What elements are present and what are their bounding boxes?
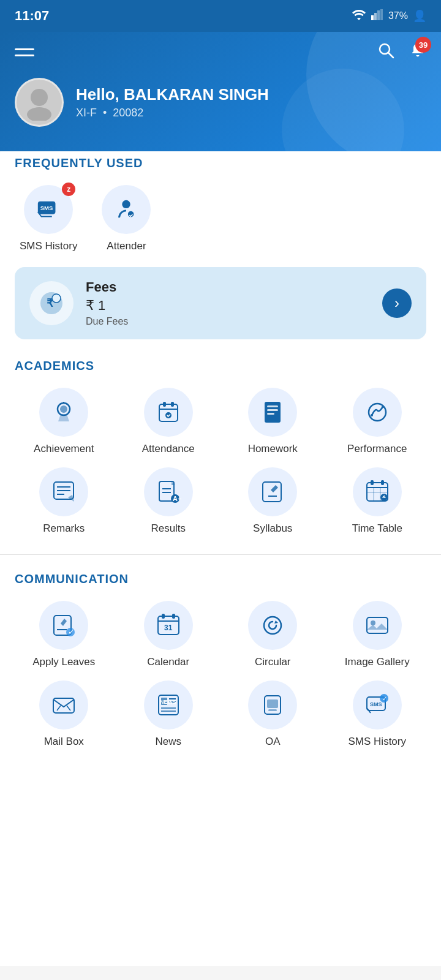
achievement-label: Achievement	[34, 443, 94, 455]
greeting: Hello, BALKARAN SINGH	[76, 85, 269, 104]
circular-item[interactable]: Circular	[224, 601, 322, 668]
mailbox-item[interactable]: Mail Box	[15, 680, 113, 748]
svg-rect-3	[380, 9, 383, 20]
svg-text:SMS: SMS	[40, 205, 53, 211]
mailbox-label: Mail Box	[44, 736, 84, 748]
svg-text:SMS: SMS	[370, 701, 382, 707]
svg-rect-44	[381, 480, 384, 485]
svg-rect-55	[162, 614, 165, 619]
fees-amount: ₹ 1	[86, 298, 370, 314]
achievement-item[interactable]: Achievement	[15, 388, 113, 455]
results-label: Results	[151, 522, 186, 535]
sms-history-comm-icon: SMS ✓	[353, 680, 402, 729]
menu-button[interactable]	[15, 48, 34, 56]
results-item[interactable]: A+ Results	[119, 467, 218, 535]
svg-point-16	[60, 405, 67, 413]
status-time: 11:07	[15, 8, 49, 24]
news-label: News	[155, 736, 181, 748]
svg-point-22	[165, 412, 172, 418]
svg-point-6	[31, 89, 48, 106]
timetable-icon	[353, 467, 402, 516]
frequently-used-items: SMS z SMS History Attender	[15, 185, 426, 252]
bottom-nav	[0, 966, 441, 980]
attender-label: Attender	[107, 240, 146, 252]
frequently-used-section: FREQUENTLY USED SMS z SMS History	[15, 156, 426, 252]
svg-text:✓: ✓	[68, 627, 75, 636]
notification-button[interactable]: 39	[409, 42, 426, 63]
svg-rect-26	[267, 413, 274, 415]
attendance-item[interactable]: Attendance	[119, 388, 218, 455]
apply-leaves-label: Apply Leaves	[32, 656, 95, 668]
syllabus-label: Syllabus	[253, 522, 292, 535]
svg-rect-0	[371, 15, 374, 20]
homework-item[interactable]: Homework	[224, 388, 322, 455]
sms-history-comm-item[interactable]: SMS ✓ SMS History	[328, 680, 427, 748]
fees-icon: ₹	[29, 281, 74, 325]
user-class-roll: XI-F • 20082	[76, 107, 269, 119]
fees-due-label: Due Fees	[86, 316, 370, 327]
svg-rect-70	[267, 699, 278, 708]
header: 39 Hello, BALKARAN SINGH XI-F • 20082	[0, 32, 441, 151]
svg-rect-71	[268, 709, 277, 711]
svg-rect-24	[267, 405, 278, 407]
attendance-label: Attendance	[142, 443, 195, 455]
sms-history-icon: SMS z	[24, 185, 73, 234]
remarks-item[interactable]: Remarks	[15, 467, 113, 535]
profile-icon: 👤	[413, 9, 426, 23]
oa-icon	[248, 680, 297, 729]
academics-grid: Achievement Attendance	[15, 388, 426, 535]
main-content: FREQUENTLY USED SMS z SMS History	[0, 139, 441, 966]
svg-rect-43	[371, 480, 374, 485]
apply-leaves-item[interactable]: ✓ Apply Leaves	[15, 601, 113, 668]
freq-attender[interactable]: Attender	[102, 185, 151, 252]
syllabus-item[interactable]: Syllabus	[224, 467, 322, 535]
fees-banner[interactable]: ₹ Fees ₹ 1 Due Fees ›	[15, 267, 426, 339]
signal-icon	[371, 9, 383, 23]
sms-history-label: SMS History	[20, 240, 77, 252]
remarks-label: Remarks	[43, 522, 85, 535]
oa-label: OA	[265, 736, 281, 748]
calendar-item[interactable]: 31 Calendar	[119, 601, 218, 668]
mailbox-icon	[39, 680, 88, 729]
svg-point-58	[264, 617, 281, 634]
results-icon: A+	[144, 467, 193, 516]
svg-point-28	[371, 414, 373, 417]
calendar-label: Calendar	[147, 656, 189, 668]
svg-point-29	[382, 405, 384, 408]
freq-sms-history[interactable]: SMS z SMS History	[20, 185, 77, 252]
fees-arrow-button[interactable]: ›	[382, 288, 412, 318]
notification-badge: 39	[415, 37, 431, 53]
circular-label: Circular	[255, 656, 291, 668]
oa-item[interactable]: OA	[224, 680, 322, 748]
timetable-label: Time Table	[352, 522, 402, 535]
svg-text:NEWS: NEWS	[160, 699, 176, 705]
svg-rect-20	[163, 402, 166, 407]
svg-point-10	[123, 200, 130, 208]
timetable-item[interactable]: Time Table	[328, 467, 427, 535]
svg-text:31: 31	[164, 624, 173, 632]
performance-label: Performance	[347, 443, 407, 455]
svg-rect-61	[53, 698, 74, 713]
image-gallery-icon	[353, 601, 402, 650]
svg-point-7	[27, 107, 51, 121]
svg-rect-59	[367, 617, 388, 633]
image-gallery-item[interactable]: Image Gallery	[328, 601, 427, 668]
news-icon: NEWS	[144, 680, 193, 729]
svg-text:A+: A+	[173, 495, 181, 502]
svg-point-14	[52, 294, 61, 303]
homework-label: Homework	[248, 443, 298, 455]
svg-point-60	[371, 620, 375, 625]
wifi-icon	[352, 9, 366, 23]
performance-item[interactable]: Performance	[328, 388, 427, 455]
calendar-icon: 31	[144, 601, 193, 650]
avatar	[15, 78, 64, 127]
communication-section: COMMUNICATION ✓ Apply Leaves	[15, 572, 426, 748]
sms-history-comm-label: SMS History	[349, 736, 406, 748]
homework-icon	[248, 388, 297, 437]
status-icons: 37% 👤	[352, 9, 426, 23]
news-item[interactable]: NEWS News	[119, 680, 218, 748]
attendance-icon	[144, 388, 193, 437]
svg-rect-56	[172, 614, 175, 619]
svg-rect-2	[377, 10, 380, 20]
achievement-icon	[39, 388, 88, 437]
